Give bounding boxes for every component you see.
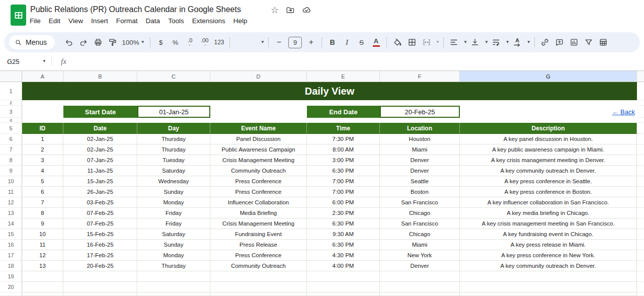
table-cell[interactable]: A key press release in Miami. [460,240,637,250]
table-cell[interactable]: 15-Jan-25 [63,176,137,187]
menu-edit[interactable]: Edit [49,17,60,25]
table-cell[interactable]: Press Conference [210,250,307,261]
zoom-select[interactable]: 100% ▼ [120,36,146,49]
cloud-status-icon[interactable] [302,6,311,15]
partial-column-cell[interactable] [637,134,644,144]
partial-column-cell[interactable] [637,176,644,187]
menu-tools[interactable]: Tools [168,17,184,25]
table-cell[interactable]: 03-Feb-25 [63,197,137,208]
table-cell[interactable]: A key public awareness campaign in Miami… [460,144,637,155]
end-date-value[interactable]: 20-Feb-25 [380,106,460,118]
row-header-1[interactable]: 1 [0,82,22,100]
name-box[interactable]: G25 ▼ [0,58,46,65]
row-header-4[interactable]: 4 [0,118,22,123]
table-cell[interactable]: Denver [380,166,460,176]
text-rotation-button[interactable]: A [511,36,524,49]
table-cell[interactable]: Thursday [137,261,210,271]
table-cell[interactable]: Houston [380,134,460,144]
increase-font-size-button[interactable]: + [304,36,318,49]
table-cell[interactable]: 11 [22,240,63,250]
partial-column-cell[interactable] [637,123,644,134]
table-cell[interactable]: 07-Feb-25 [63,208,137,218]
column-header-partial[interactable] [637,71,644,82]
empty-cell[interactable] [22,106,63,118]
table-cell[interactable]: San Francisco [380,218,460,229]
table-cell[interactable]: 4:00 PM [307,261,380,271]
borders-button[interactable] [405,36,419,49]
partial-column-cell[interactable] [637,282,644,292]
table-cell[interactable]: Chicago [380,229,460,240]
row-header-20[interactable]: 20 [0,282,22,292]
column-header-B[interactable]: B [63,71,137,82]
empty-cell[interactable] [63,271,137,282]
table-cell[interactable]: Community Outreach [210,261,307,271]
table-cell[interactable]: Influencer Collaboration [210,197,307,208]
empty-cell[interactable] [22,282,63,292]
bold-button[interactable]: B [326,36,339,49]
table-cell[interactable]: 7 [22,197,63,208]
table-cell[interactable]: 6:30 PM [307,166,380,176]
empty-cell[interactable] [307,292,380,296]
row-header-6[interactable]: 6 [0,134,22,144]
table-cell[interactable]: A key press conference in Seattle. [460,176,637,187]
partial-column-cell[interactable] [637,155,644,166]
row-header-18[interactable]: 18 [0,261,22,271]
italic-button[interactable]: I [340,36,354,49]
empty-cell[interactable] [460,282,637,292]
undo-button[interactable] [62,36,75,49]
column-header-G[interactable]: G [460,71,637,82]
table-cell[interactable]: Monday [137,197,210,208]
row-header-17[interactable]: 17 [0,250,22,261]
start-date-value[interactable]: 01-Jan-25 [137,106,210,118]
partial-column-cell[interactable] [637,250,644,261]
table-cell[interactable]: 20-Feb-25 [63,261,137,271]
table-cell[interactable]: Crisis Management Meeting [210,218,307,229]
daily-view-title[interactable]: Daily View [22,82,637,100]
table-cell[interactable]: Monday [137,250,210,261]
row-header-11[interactable]: 11 [0,187,22,197]
merge-cells-button[interactable] [420,36,433,49]
table-cell[interactable]: 8 [22,208,63,218]
table-cell[interactable]: 4 [22,166,63,176]
table-cell[interactable]: 02-Jan-25 [63,144,137,155]
table-cell[interactable]: Friday [137,208,210,218]
chevron-down-icon[interactable]: ▼ [436,40,440,44]
row-header-13[interactable]: 13 [0,208,22,218]
empty-cell[interactable] [137,271,210,282]
more-formats-button[interactable]: 123 [212,36,226,49]
table-cell[interactable]: 6:00 PM [307,197,380,208]
empty-cell[interactable] [22,292,63,296]
formula-input[interactable] [66,52,644,70]
partial-column-cell[interactable] [637,82,644,100]
table-cell[interactable]: Thursday [137,144,210,155]
empty-cell[interactable] [460,271,637,282]
empty-cell[interactable] [380,271,460,282]
partial-column-cell[interactable] [637,106,644,118]
row-header-14[interactable]: 14 [0,218,22,229]
format-currency-button[interactable]: $ [154,36,168,49]
table-cell[interactable]: A key community outreach in Denver. [460,261,637,271]
row-header-5[interactable]: 5 [0,123,22,134]
table-cell[interactable]: 07-Jan-25 [63,155,137,166]
partial-column-cell[interactable] [637,166,644,176]
table-cell[interactable]: New York [380,250,460,261]
table-cell[interactable]: 11-Jan-25 [63,166,137,176]
table-cell[interactable]: 9 [22,218,63,229]
menu-format[interactable]: Format [116,17,138,25]
partial-column-cell[interactable] [637,229,644,240]
empty-cell[interactable] [210,292,307,296]
row-header-8[interactable]: 8 [0,155,22,166]
chevron-down-icon[interactable]: ▼ [485,40,489,44]
table-cell[interactable]: 7:00 PM [307,176,380,187]
table-cell[interactable]: A key influencer collaboration in San Fr… [460,197,637,208]
table-cell[interactable]: A key panel discussion in Houston. [460,134,637,144]
column-header-E[interactable]: E [307,71,380,82]
empty-cell[interactable] [22,118,637,123]
insert-comment-button[interactable] [553,36,567,49]
table-cell[interactable]: Media Briefing [210,208,307,218]
table-cell[interactable]: Crisis Management Meeting [210,155,307,166]
table-cell[interactable]: 10 [22,229,63,240]
column-header-F[interactable]: F [380,71,460,82]
table-cell[interactable]: A key media briefing in Chicago. [460,208,637,218]
table-cell[interactable]: A key fundraising event in Chicago. [460,229,637,240]
